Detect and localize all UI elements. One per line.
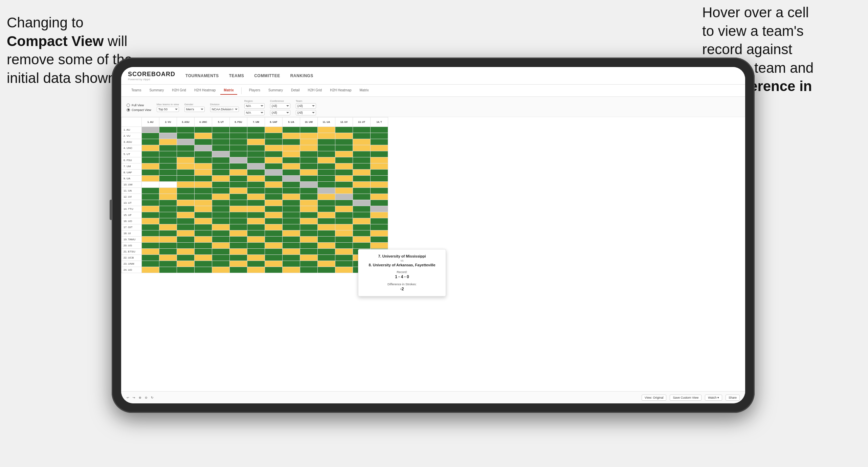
matrix-cell[interactable]: [212, 243, 230, 249]
matrix-cell[interactable]: [230, 243, 247, 249]
tool3-btn[interactable]: ↻: [151, 396, 154, 399]
matrix-cell[interactable]: [177, 218, 195, 224]
matrix-cell[interactable]: [300, 261, 318, 267]
matrix-cell[interactable]: [230, 157, 247, 163]
matrix-cell[interactable]: [247, 133, 265, 139]
matrix-cell[interactable]: [230, 200, 247, 206]
matrix-cell[interactable]: [371, 194, 388, 200]
matrix-cell[interactable]: [318, 218, 335, 224]
matrix-cell[interactable]: [247, 261, 265, 267]
matrix-cell[interactable]: [335, 194, 353, 200]
matrix-cell[interactable]: [212, 230, 230, 237]
matrix-cell[interactable]: [177, 176, 195, 182]
matrix-cell[interactable]: [371, 139, 388, 145]
matrix-cell[interactable]: [212, 255, 230, 261]
matrix-cell[interactable]: [283, 170, 300, 176]
matrix-cell[interactable]: [283, 206, 300, 212]
matrix-cell[interactable]: [159, 139, 177, 145]
matrix-cell[interactable]: [300, 170, 318, 176]
matrix-cell[interactable]: [283, 176, 300, 182]
watch-btn[interactable]: Watch ▾: [705, 395, 722, 401]
matrix-cell[interactable]: [283, 255, 300, 261]
matrix-cell[interactable]: [159, 249, 177, 255]
matrix-cell[interactable]: [247, 139, 265, 145]
matrix-cell[interactable]: [318, 212, 335, 218]
nav-committee[interactable]: COMMITTEE: [254, 73, 280, 78]
matrix-cell[interactable]: [230, 170, 247, 176]
matrix-cell[interactable]: [318, 206, 335, 212]
gender-select[interactable]: Men's: [184, 107, 205, 112]
matrix-cell[interactable]: [318, 127, 335, 133]
matrix-cell[interactable]: [265, 176, 283, 182]
matrix-cell[interactable]: [230, 151, 247, 157]
matrix-cell[interactable]: [265, 243, 283, 249]
matrix-cell[interactable]: [265, 157, 283, 163]
matrix-cell[interactable]: [142, 139, 159, 145]
matrix-cell[interactable]: [195, 230, 212, 237]
redo-btn[interactable]: ↪: [133, 396, 135, 399]
tab-matrix1[interactable]: Matrix: [220, 86, 237, 95]
matrix-cell[interactable]: [195, 224, 212, 230]
matrix-cell[interactable]: [318, 170, 335, 176]
matrix-cell[interactable]: [353, 145, 371, 151]
matrix-cell[interactable]: [300, 200, 318, 206]
matrix-cell[interactable]: [247, 157, 265, 163]
matrix-cell[interactable]: [300, 127, 318, 133]
matrix-cell[interactable]: [159, 151, 177, 157]
matrix-cell[interactable]: [247, 170, 265, 176]
matrix-cell[interactable]: [265, 188, 283, 194]
matrix-cell[interactable]: [353, 212, 371, 218]
matrix-cell[interactable]: [230, 182, 247, 188]
matrix-cell[interactable]: [195, 139, 212, 145]
matrix-cell[interactable]: [195, 194, 212, 200]
tab-summary1[interactable]: Summary: [146, 86, 167, 95]
matrix-cell[interactable]: [177, 261, 195, 267]
matrix-cell[interactable]: [335, 249, 353, 255]
matrix-cell[interactable]: [300, 237, 318, 243]
matrix-cell[interactable]: [300, 188, 318, 194]
matrix-cell[interactable]: [159, 182, 177, 188]
matrix-cell[interactable]: [247, 127, 265, 133]
matrix-cell[interactable]: [195, 133, 212, 139]
matrix-cell[interactable]: [195, 200, 212, 206]
matrix-cell[interactable]: [335, 200, 353, 206]
matrix-cell[interactable]: [230, 237, 247, 243]
matrix-cell[interactable]: [335, 188, 353, 194]
matrix-cell[interactable]: [265, 218, 283, 224]
matrix-cell[interactable]: [353, 170, 371, 176]
matrix-cell[interactable]: [300, 249, 318, 255]
view-original-btn[interactable]: View: Original: [642, 395, 666, 401]
matrix-cell[interactable]: [159, 206, 177, 212]
matrix-cell[interactable]: [212, 151, 230, 157]
matrix-cell[interactable]: [212, 206, 230, 212]
matrix-cell[interactable]: [318, 224, 335, 230]
matrix-cell[interactable]: [265, 163, 283, 170]
matrix-cell[interactable]: [300, 243, 318, 249]
matrix-cell[interactable]: [318, 230, 335, 237]
matrix-cell[interactable]: [318, 267, 335, 273]
matrix-cell[interactable]: [283, 157, 300, 163]
matrix-cell[interactable]: [300, 176, 318, 182]
matrix-cell[interactable]: [265, 224, 283, 230]
matrix-cell[interactable]: [212, 267, 230, 273]
matrix-cell[interactable]: [247, 151, 265, 157]
matrix-cell[interactable]: [212, 261, 230, 267]
matrix-cell[interactable]: [212, 194, 230, 200]
matrix-cell[interactable]: [212, 182, 230, 188]
matrix-cell[interactable]: [247, 212, 265, 218]
matrix-cell[interactable]: [353, 237, 371, 243]
matrix-cell[interactable]: [195, 267, 212, 273]
matrix-cell[interactable]: [300, 151, 318, 157]
matrix-cell[interactable]: [159, 145, 177, 151]
region-select1[interactable]: N/A: [244, 103, 265, 109]
tab-summary2[interactable]: Summary: [265, 86, 286, 95]
matrix-cell[interactable]: [159, 127, 177, 133]
matrix-cell[interactable]: [335, 127, 353, 133]
matrix-cell[interactable]: [142, 176, 159, 182]
matrix-cell[interactable]: [159, 176, 177, 182]
matrix-cell[interactable]: [142, 267, 159, 273]
matrix-cell[interactable]: [247, 243, 265, 249]
matrix-cell[interactable]: [300, 230, 318, 237]
matrix-cell[interactable]: [212, 218, 230, 224]
matrix-cell[interactable]: [142, 237, 159, 243]
